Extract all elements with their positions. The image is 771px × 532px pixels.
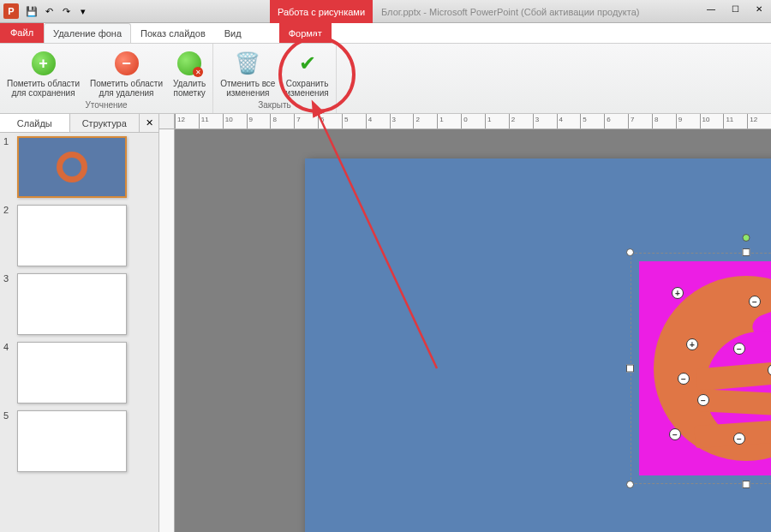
recycle-bin-icon: 🗑️ bbox=[234, 50, 261, 77]
tab-view[interactable]: Вид bbox=[215, 23, 251, 43]
ruler-corner bbox=[159, 114, 175, 129]
save-icon[interactable]: 💾 bbox=[24, 3, 39, 19]
resize-handle-bl[interactable] bbox=[626, 481, 634, 488]
close-panel-icon[interactable]: ✕ bbox=[140, 114, 158, 132]
tab-slides[interactable]: Слайды bbox=[0, 114, 70, 132]
slide-thumbnail-5[interactable] bbox=[17, 410, 127, 472]
slide-thumbnail-4[interactable] bbox=[17, 342, 127, 403]
ribbon-group-close: 🗑️ Отменить все изменения ✔ Сохранить из… bbox=[213, 44, 336, 113]
window-title: Блог.pptx - Microsoft PowerPoint (Сбой а… bbox=[381, 0, 639, 23]
vertical-ruler bbox=[159, 129, 175, 532]
rotate-handle[interactable] bbox=[743, 234, 750, 242]
thumbnail-item[interactable]: 4 bbox=[3, 342, 155, 403]
tab-remove-background[interactable]: Удаление фона bbox=[44, 23, 131, 43]
title-bar: P 💾 ↶ ↷ ▾ Работа с рисунками Блог.pptx -… bbox=[0, 0, 771, 23]
keep-changes-button[interactable]: ✔ Сохранить изменения bbox=[284, 48, 330, 100]
ribbon: + Пометить области для сохранения − Поме… bbox=[0, 44, 771, 114]
undo-icon[interactable]: ↶ bbox=[41, 3, 57, 19]
delete-mark-button[interactable]: Удалить пометку bbox=[171, 48, 207, 100]
horizontal-ruler: 1211109876543210123456789101112 bbox=[175, 114, 771, 129]
tab-format[interactable]: Формат bbox=[279, 23, 332, 43]
slide-panel-tabs: Слайды Структура ✕ bbox=[0, 114, 158, 133]
slide-thumbnails[interactable]: 1 2 3 4 5 bbox=[0, 133, 158, 532]
delete-mark-icon bbox=[177, 51, 201, 75]
resize-handle-l[interactable] bbox=[626, 365, 634, 373]
plus-circle-icon: + bbox=[32, 51, 56, 75]
mark-keep-button[interactable]: + Пометить области для сохранения bbox=[5, 48, 81, 100]
tab-slideshow[interactable]: Показ слайдов bbox=[131, 23, 215, 43]
mark-remove-button[interactable]: − Пометить области для удаления bbox=[88, 48, 164, 100]
ribbon-tabs: Файл Удаление фона Показ слайдов Вид Фор… bbox=[0, 23, 771, 44]
thumbnail-item[interactable]: 2 bbox=[3, 205, 155, 266]
tab-outline[interactable]: Структура bbox=[70, 114, 140, 132]
checkmark-icon: ✔ bbox=[294, 50, 321, 77]
slide-panel: Слайды Структура ✕ 1 2 3 4 5 bbox=[0, 114, 159, 532]
slide-thumbnail-3[interactable] bbox=[17, 273, 127, 335]
powerpoint-icon: P bbox=[3, 3, 19, 19]
qat-customize-icon[interactable]: ▾ bbox=[75, 3, 91, 19]
slide-thumbnail-1[interactable] bbox=[17, 136, 127, 198]
close-button[interactable]: ✕ bbox=[747, 0, 771, 17]
slide-editor[interactable]: 1211109876543210123456789101112 + bbox=[159, 114, 771, 532]
maximize-button[interactable]: ☐ bbox=[723, 0, 747, 17]
minimize-button[interactable]: — bbox=[699, 0, 723, 17]
window-controls: — ☐ ✕ bbox=[699, 0, 771, 17]
slide-thumbnail-2[interactable] bbox=[17, 205, 127, 266]
ribbon-group-refine: + Пометить области для сохранения − Поме… bbox=[0, 44, 213, 113]
tab-file[interactable]: Файл bbox=[0, 22, 44, 43]
slide-canvas[interactable]: + − + + − − − − + − − − bbox=[305, 158, 771, 532]
thumbnail-item[interactable]: 3 bbox=[3, 273, 155, 335]
selection-border bbox=[631, 253, 771, 484]
contextual-tab-header: Работа с рисунками bbox=[270, 0, 373, 23]
image-selection[interactable]: + − + + − − − − + − − − bbox=[631, 253, 771, 484]
discard-changes-button[interactable]: 🗑️ Отменить все изменения bbox=[218, 48, 277, 100]
resize-handle-tl[interactable] bbox=[626, 248, 634, 256]
redo-icon[interactable]: ↷ bbox=[58, 3, 74, 19]
resize-handle-b[interactable] bbox=[743, 481, 750, 488]
minus-circle-icon: − bbox=[115, 51, 139, 75]
quick-access-toolbar: 💾 ↶ ↷ ▾ bbox=[24, 3, 91, 19]
workspace: Слайды Структура ✕ 1 2 3 4 5 bbox=[0, 114, 771, 532]
resize-handle-t[interactable] bbox=[743, 248, 750, 256]
thumbnail-item[interactable]: 5 bbox=[3, 410, 155, 472]
thumbnail-item[interactable]: 1 bbox=[3, 136, 155, 198]
